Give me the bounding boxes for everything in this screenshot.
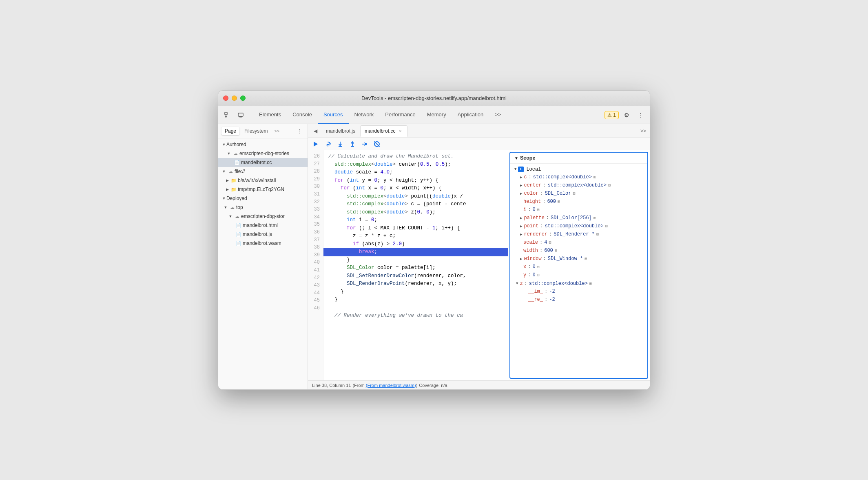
sidebar-tab-filesystem[interactable]: Filesystem <box>241 127 271 135</box>
scope-item-color[interactable]: ▶ color : SDL_Color ⊞ <box>510 190 647 198</box>
deactivate-icon <box>374 141 380 147</box>
more-button[interactable]: ⋮ <box>634 109 647 121</box>
point-mem: ⊞ <box>605 224 608 229</box>
tree-mandelbrot-html[interactable]: 📄 mandelbrot.html <box>218 221 308 230</box>
tree-bswirx[interactable]: ▶ 📁 b/s/w/ir/x/w/install <box>218 176 308 185</box>
c-val: std::complex<double> <box>533 174 592 180</box>
editor-tab-js[interactable]: mandelbrot.js <box>322 125 359 137</box>
window-title: DevTools - emscripten-dbg-stories.netlif… <box>361 95 507 101</box>
warning-badge[interactable]: ⚠ 1 <box>604 111 619 119</box>
tab-more[interactable]: >> <box>489 106 507 124</box>
svg-rect-4 <box>239 116 242 117</box>
code-line-33: std::complex<double> z(0, 0); <box>328 209 503 217</box>
status-bar: Line 38, Column 11 (From (From mandelbro… <box>308 380 650 389</box>
scope-item-palette[interactable]: ▶ palette : SDL_Color[256] ⊞ <box>510 214 647 222</box>
z-mem: ⊞ <box>589 281 592 286</box>
inspect-button[interactable] <box>221 109 234 121</box>
width-mem: ⊞ <box>555 248 557 253</box>
z-val: std::complex<double> <box>529 281 588 287</box>
tab-sources[interactable]: Sources <box>318 106 349 124</box>
palette-mem: ⊞ <box>593 216 596 220</box>
tab-elements[interactable]: Elements <box>253 106 287 124</box>
step-out-btn[interactable] <box>348 140 357 149</box>
sidebar-tab-page[interactable]: Page <box>221 127 239 135</box>
palette-colon: : <box>546 215 549 221</box>
code-editor[interactable]: 2627282930 3132333435 3637383940 4142434… <box>308 150 508 380</box>
window-key: window <box>524 256 541 262</box>
scope-item-center[interactable]: ▶ center : std::complex<double> ⊞ <box>510 182 647 190</box>
traffic-lights <box>223 96 246 101</box>
tree-emscripten-cloud[interactable]: ▼ ☁ emscripten-dbg-stories <box>218 149 308 158</box>
scope-item-i[interactable]: i : 0 ⊞ <box>510 206 647 214</box>
tab-application[interactable]: Application <box>452 106 489 124</box>
titlebar: DevTools - emscripten-dbg-stories.netlif… <box>218 91 650 106</box>
scope-item-height[interactable]: height : 600 ⊞ <box>510 198 647 206</box>
deployed-arrow: ▼ <box>221 196 226 201</box>
renderer-key: renderer <box>524 231 547 237</box>
tab-console[interactable]: Console <box>287 106 318 124</box>
emscripten2-arrow: ▼ <box>228 214 233 219</box>
tab-network[interactable]: Network <box>349 106 380 124</box>
scope-item-renderer[interactable]: ▶ renderer : SDL_Renderer * ⊞ <box>510 231 647 239</box>
tree-file[interactable]: ▼ ☁ file:// <box>218 167 308 176</box>
step-btn[interactable] <box>360 140 369 149</box>
resume-btn[interactable] <box>311 140 320 149</box>
scope-item-re[interactable]: __re_ : -2 <box>510 296 647 304</box>
maximize-button[interactable] <box>240 96 246 101</box>
sidebar-toggle[interactable]: ◀ <box>310 125 321 137</box>
scope-item-im[interactable]: __im_ : -2 <box>510 288 647 296</box>
tree-authored[interactable]: ▼ Authored <box>218 140 308 149</box>
sidebar-menu-button[interactable]: ⋮ <box>295 127 304 136</box>
tree-tmp[interactable]: ▶ 📁 tmp/tmp.ELcTq2YGN <box>218 185 308 194</box>
status-from-link[interactable]: (From mandelbrot.wasm) <box>366 383 416 388</box>
tree-mandelbrot-cc[interactable]: 📄 mandelbrot.cc <box>218 158 308 167</box>
scope-item-x[interactable]: x : 0 ⊞ <box>510 263 647 271</box>
code-scope-area: 2627282930 3132333435 3637383940 4142434… <box>308 150 650 380</box>
sidebar-tree: ▼ Authored ▼ ☁ emscripten-dbg-stories 📄 … <box>218 138 308 389</box>
scope-item-z[interactable]: ▼ z : std::complex<double> ⊞ <box>510 280 647 288</box>
tab-performance[interactable]: Performance <box>379 106 421 124</box>
tree-mandelbrot-js[interactable]: 📄 mandelbrot.js <box>218 230 308 239</box>
code-line-37: if (abs(z) > 2.0) <box>328 240 503 249</box>
tree-emscripten-cloud2[interactable]: ▼ ☁ emscripten-dbg-stor <box>218 212 308 221</box>
device-button[interactable] <box>235 109 247 121</box>
c-key: c <box>524 174 527 180</box>
scope-item-c[interactable]: ▶ c : std::complex<double> ⊞ <box>510 173 647 182</box>
code-line-31: std::complex<double> point((double)x / <box>328 193 503 201</box>
tab-cc-close[interactable]: × <box>397 128 403 134</box>
scope-body[interactable]: ▼ L Local ▶ c : std::complex<double> ⊞ <box>510 164 647 378</box>
c-arrow: ▶ <box>520 175 522 180</box>
point-key: point <box>524 223 538 229</box>
scope-item-width[interactable]: width : 600 ⊞ <box>510 247 647 255</box>
tab-more-btn[interactable]: >> <box>638 126 648 136</box>
tree-deployed[interactable]: ▼ Deployed <box>218 194 308 203</box>
deactivate-btn[interactable] <box>372 140 381 149</box>
settings-button[interactable]: ⚙ <box>620 109 633 121</box>
scope-item-y[interactable]: y : 0 ⊞ <box>510 271 647 280</box>
scope-local-section[interactable]: ▼ L Local <box>510 165 647 173</box>
line-numbers: 2627282930 3132333435 3637383940 4142434… <box>308 150 323 380</box>
status-line: Line 38, Column 11 <box>312 383 351 388</box>
x-mem: ⊞ <box>537 264 540 269</box>
scope-item-window[interactable]: ▶ window : SDL_Window * ⊞ <box>510 255 647 263</box>
step-into-btn[interactable] <box>336 140 345 149</box>
code-line-36: z = z * z + c; <box>328 232 503 240</box>
step-over-btn[interactable] <box>323 140 332 149</box>
minimize-button[interactable] <box>232 96 237 101</box>
code-content[interactable]: // Calculate and draw the Mandelbrot set… <box>323 150 508 380</box>
sidebar-tab-more[interactable]: >> <box>272 128 281 134</box>
window-mem: ⊞ <box>585 256 587 261</box>
editor-tab-cc[interactable]: mandelbrot.cc × <box>360 125 407 137</box>
scope-item-point[interactable]: ▶ point : std::complex<double> ⊞ <box>510 222 647 231</box>
tree-mandelbrot-wasm[interactable]: 📄 mandelbrot.wasm <box>218 239 308 248</box>
close-button[interactable] <box>223 96 228 101</box>
code-line-45 <box>328 304 503 312</box>
authored-label: Authored <box>226 142 246 147</box>
tree-top[interactable]: ▼ ☁ top <box>218 203 308 212</box>
scope-item-scale[interactable]: scale : 4 ⊞ <box>510 239 647 247</box>
local-badge: L <box>518 167 524 172</box>
tab-js-label: mandelbrot.js <box>326 128 355 134</box>
point-arrow: ▶ <box>520 224 522 229</box>
tab-memory[interactable]: Memory <box>421 106 452 124</box>
main-content: Page Filesystem >> ⋮ ▼ Authored ▼ ☁ emsc… <box>218 124 650 389</box>
